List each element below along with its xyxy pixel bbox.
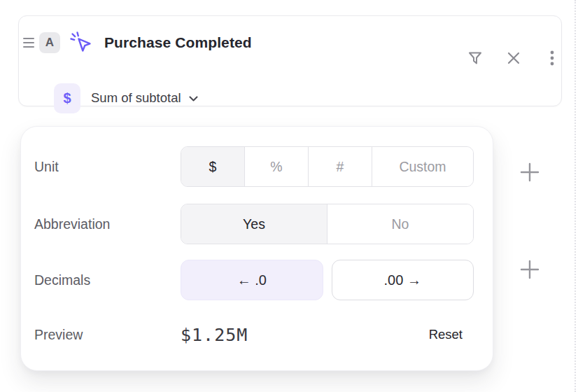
unit-option-percent[interactable]: %: [244, 147, 308, 186]
event-card: A Purchase Completed: [18, 15, 562, 106]
abbreviation-option-no[interactable]: No: [327, 204, 473, 244]
unit-label: Unit: [34, 159, 181, 175]
unit-option-number[interactable]: #: [308, 147, 372, 186]
abbreviation-option-yes[interactable]: Yes: [181, 204, 327, 244]
unit-option-dollar[interactable]: $: [181, 147, 244, 186]
event-title: Purchase Completed: [104, 34, 252, 51]
add-item-plus-icon[interactable]: [519, 258, 541, 281]
event-card-actions: [466, 48, 561, 68]
preview-value: $1.25M: [181, 325, 248, 345]
abbreviation-row: Abbreviation Yes No: [34, 204, 474, 244]
metric-selector[interactable]: $ Sum of subtotal: [54, 83, 199, 113]
decimals-controls: ← .0 .00 →: [181, 260, 474, 300]
decimals-label: Decimals: [34, 272, 181, 288]
preview-label: Preview: [34, 327, 181, 343]
reset-button[interactable]: Reset: [429, 327, 463, 342]
preview-row: Preview $1.25M Reset: [34, 314, 474, 355]
unit-segmented-control: $ % # Custom: [181, 146, 474, 187]
more-options-kebab-icon[interactable]: [543, 48, 561, 68]
decimals-decrease-button[interactable]: ← .0: [181, 260, 323, 300]
unit-option-custom[interactable]: Custom: [372, 147, 473, 186]
unit-row: Unit $ % # Custom: [34, 146, 474, 187]
add-filter-plus-icon[interactable]: [519, 161, 541, 183]
event-click-cursor-icon: [69, 31, 93, 55]
event-order-badge: A: [39, 32, 60, 53]
abbreviation-label: Abbreviation: [34, 216, 181, 232]
abbreviation-segmented-control: Yes No: [181, 204, 474, 244]
canvas-edge-dotted-divider: [575, 0, 576, 392]
decimals-increase-button[interactable]: .00 →: [332, 260, 474, 300]
filter-icon[interactable]: [466, 48, 484, 68]
decimals-row: Decimals ← .0 .00 →: [34, 260, 474, 300]
close-icon[interactable]: [505, 48, 523, 68]
drag-handle-icon[interactable]: [23, 38, 34, 48]
chevron-down-icon[interactable]: [188, 92, 199, 104]
dollar-metric-icon: $: [54, 83, 80, 113]
number-format-panel: Unit $ % # Custom Abbreviation Yes No De…: [20, 126, 493, 371]
metric-label: Sum of subtotal: [91, 90, 181, 106]
